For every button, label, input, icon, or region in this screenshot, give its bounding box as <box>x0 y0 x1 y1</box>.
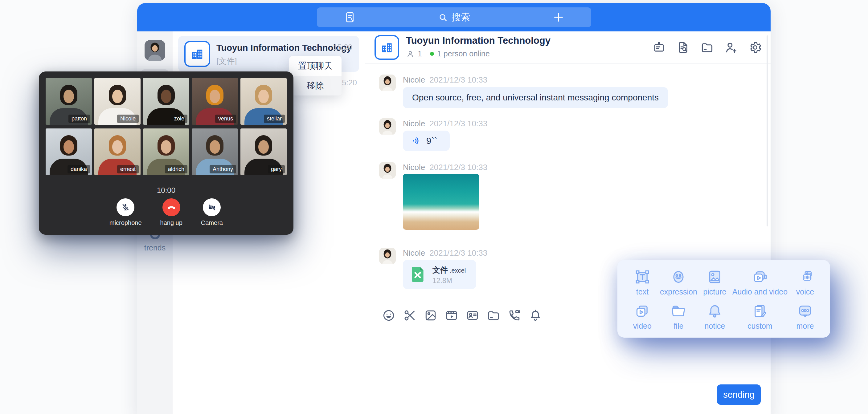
sender-avatar[interactable] <box>379 74 396 91</box>
folder-icon[interactable] <box>700 41 714 54</box>
message-tools-popup: text expression <box>617 260 830 338</box>
message-meta: Nicole2021/12/3 10:33 <box>403 119 487 128</box>
add-member-icon[interactable] <box>724 41 738 54</box>
hang-up-button[interactable] <box>162 198 180 216</box>
participant-tile: Nicole <box>94 78 141 125</box>
video-clip-icon[interactable] <box>445 309 458 322</box>
file-size: 12.8M <box>432 277 452 285</box>
trends-label: trends <box>137 243 173 252</box>
participant-name: Anthony <box>210 165 236 173</box>
page: 搜索 <box>0 0 868 414</box>
participant-tile: ernest <box>94 128 141 175</box>
sender-name: Nicole <box>403 163 425 172</box>
file-ext: .excel <box>450 267 466 274</box>
notice-tool-icon <box>706 302 723 320</box>
participant-tile: venus <box>192 78 238 125</box>
more-tool-icon <box>797 302 814 320</box>
video-tool-icon <box>634 302 651 320</box>
text-tool-icon <box>634 268 651 286</box>
file-folder-icon[interactable] <box>487 309 500 322</box>
tool-custom[interactable]: custom <box>733 301 787 332</box>
message-time: 2021/12/3 10:33 <box>429 163 487 172</box>
microphone-label: microphone <box>110 219 142 226</box>
tool-expression[interactable]: expression <box>660 267 697 298</box>
tool-notice[interactable]: notice <box>697 301 733 332</box>
search-bar[interactable]: 搜索 <box>317 7 591 27</box>
tool-video[interactable]: video <box>625 301 660 332</box>
announcement-icon[interactable] <box>652 41 666 54</box>
voice-message-bubble[interactable]: 9`` <box>403 131 450 151</box>
plus-icon[interactable] <box>552 11 565 23</box>
tool-more[interactable]: more <box>787 301 823 332</box>
participant-tile: aldrich <box>143 128 189 175</box>
participant-name: gary <box>268 165 285 173</box>
context-menu-pin[interactable]: 置顶聊天 <box>289 56 342 76</box>
member-count: 1 <box>418 49 422 58</box>
file-name: 文件.excel <box>432 265 466 275</box>
contact-card-icon[interactable] <box>466 309 479 322</box>
context-menu-remove[interactable]: 移除 <box>289 76 342 95</box>
tool-text[interactable]: text <box>625 267 660 298</box>
members-icon <box>406 50 414 58</box>
user-avatar[interactable] <box>145 40 165 61</box>
screenshot-scissors-icon[interactable] <box>403 309 416 322</box>
conversation-title: Tuoyun Information Technology <box>216 43 352 53</box>
video-call-icon[interactable] <box>508 309 521 322</box>
settings-gear-icon[interactable] <box>748 41 762 54</box>
sender-avatar[interactable] <box>379 248 396 264</box>
send-button[interactable]: sending <box>717 384 761 405</box>
voice-duration: 9`` <box>426 136 437 146</box>
tool-picture[interactable]: picture <box>697 267 733 298</box>
tool-voice[interactable]: voice <box>787 267 823 298</box>
group-avatar <box>184 41 210 67</box>
sender-name: Nicole <box>403 119 425 128</box>
audio-video-tool-icon <box>751 268 769 286</box>
chat-title: Tuoyun Information Technology <box>406 35 551 46</box>
sender-avatar[interactable] <box>379 162 396 179</box>
online-text: 1 person online <box>437 49 490 58</box>
notification-bell-icon[interactable] <box>529 309 542 322</box>
participant-name: venus <box>215 115 236 123</box>
camera-off-button[interactable] <box>203 198 221 216</box>
picture-tool-icon <box>706 268 723 286</box>
call-timer: 10:00 <box>39 186 293 195</box>
online-dot <box>430 52 434 56</box>
participant-tile: zoie <box>143 78 189 125</box>
participant-tile: Anthony <box>192 128 238 175</box>
search-field[interactable]: 搜索 <box>438 11 470 24</box>
participant-tile: danika <box>45 128 92 175</box>
chat-search-icon[interactable] <box>676 41 690 54</box>
participant-name: aldrich <box>165 165 187 173</box>
call-controls: microphone hang up <box>39 198 293 226</box>
participant-name: Nicole <box>117 115 139 123</box>
file-message-bubble[interactable]: 文件.excel 12.8M <box>403 260 476 289</box>
participant-name: patton <box>68 115 90 123</box>
emoji-icon[interactable] <box>382 309 396 322</box>
participant-name: ernest <box>117 165 139 173</box>
tool-file[interactable]: file <box>660 301 697 332</box>
scrollbar[interactable] <box>767 35 768 226</box>
participant-grid: patton Nicole zoie venus stellar danika … <box>45 78 287 175</box>
sender-name: Nicole <box>403 248 425 257</box>
image-message-beach-photo[interactable] <box>403 174 479 230</box>
search-placeholder: 搜索 <box>452 11 470 24</box>
custom-tool-icon <box>751 302 769 320</box>
conversation-time: 15:20 <box>333 43 352 52</box>
chat-header-actions <box>652 41 762 54</box>
conversation-last-message: [文件] <box>216 56 237 67</box>
tool-audio-video[interactable]: Audio and video <box>733 267 787 298</box>
microphone-mute-button[interactable] <box>117 198 134 216</box>
sender-avatar[interactable] <box>379 118 396 135</box>
call-log-icon[interactable] <box>343 11 356 24</box>
excel-file-icon <box>408 264 428 284</box>
participant-name: danika <box>67 165 90 173</box>
image-icon[interactable] <box>424 309 437 322</box>
sender-name: Nicole <box>403 75 425 85</box>
hang-up-label: hang up <box>160 219 183 226</box>
participant-tile: stellar <box>241 78 287 125</box>
participant-tile: gary <box>241 128 287 175</box>
message-meta: Nicole2021/12/3 10:33 <box>403 75 487 85</box>
chat-main: Tuoyun Information Technology 1 1 person… <box>365 31 771 414</box>
participant-tile: patton <box>45 78 92 125</box>
message-time: 2021/12/3 10:33 <box>429 75 487 85</box>
